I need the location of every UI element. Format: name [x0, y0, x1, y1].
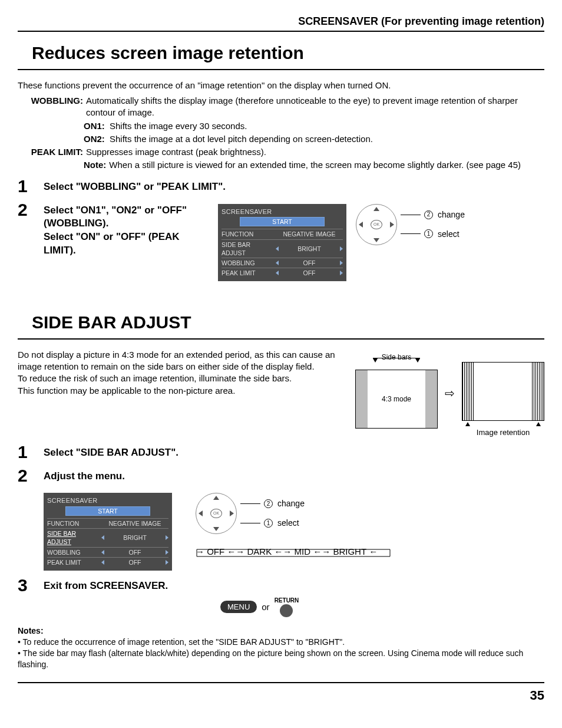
osmenu-title: SCREENSAVER — [222, 207, 343, 216]
on2-row: ON2: Shifts the image at a dot level pit… — [18, 133, 544, 145]
sba-step3-heading: Exit from SCREENSAVER. — [44, 580, 168, 591]
peak-desc: Suppresses image contrast (peak brightne… — [86, 146, 544, 158]
down-arrow-icon — [373, 358, 378, 363]
notes-block: Notes: • To reduce the occurrence of ima… — [18, 625, 544, 670]
connector-line — [401, 233, 421, 234]
return-circle-icon — [280, 604, 293, 617]
osmenu-row: SIDE BAR ADJUSTBRIGHT — [222, 239, 343, 258]
on1-row: ON1: Shifts the image every 30 seconds. — [18, 120, 544, 132]
osmenu-row-value: OFF — [101, 548, 168, 556]
connector-line — [240, 523, 260, 523]
dpad-ok: OK — [210, 509, 222, 518]
dpad-up-icon — [373, 207, 379, 211]
osmenu-row: PEAK LIMITOFF — [222, 268, 343, 278]
on2-label: ON2: — [84, 133, 110, 145]
osmenu-row-label: FUNCTION — [222, 230, 276, 238]
section2-step2: 2 Adjust the menu. SCREENSAVERSTARTFUNCT… — [18, 467, 544, 571]
section2-p3: This function may be applicable to the n… — [18, 385, 345, 397]
screensaver-menu-2: SCREENSAVERSTARTFUNCTIONNEGATIVE IMAGESI… — [44, 493, 172, 571]
intro-text: These functions prevent the occurrence o… — [18, 80, 544, 91]
peak-def: PEAK LIMIT: Suppresses image contrast (p… — [18, 146, 544, 158]
dpad: OK — [196, 493, 237, 534]
note-2: • The side bar may flash (alternate blac… — [18, 648, 544, 670]
dpad-up-icon — [213, 496, 219, 500]
rule — [18, 69, 544, 70]
osmenu-start: START — [65, 506, 150, 516]
dpad-down-icon — [373, 238, 379, 242]
dpad-right-icon — [390, 222, 394, 228]
on1-label: ON1: — [84, 120, 110, 132]
osmenu-row-label: PEAK LIMIT — [47, 558, 101, 566]
tv-retention-diagram — [462, 362, 544, 421]
sidebars-label: Side bars — [382, 353, 412, 362]
wobbling-desc: Automatically shifts the display image (… — [86, 95, 544, 119]
osmenu-row-label: WOBBLING — [222, 259, 276, 267]
wobbling-def: WOBBLING: Automatically shifts the displ… — [18, 95, 544, 119]
image-retention-label: Image retention — [477, 427, 530, 438]
osmenu-row-value: OFF — [276, 269, 343, 277]
dpad: OK — [356, 204, 397, 245]
section2-title: SIDE BAR ADJUST — [32, 311, 544, 335]
note-1: • To reduce the occurrence of image rete… — [18, 637, 544, 648]
dpad-left-icon — [359, 222, 363, 228]
osmenu-row-value: BRIGHT — [101, 533, 168, 542]
section2-p2: To reduce the risk of such an image rete… — [18, 373, 345, 384]
section1-title: Reduces screen image retention — [32, 41, 544, 65]
note-label: Note: — [84, 159, 109, 171]
step2a-heading: Select "ON1", "ON2" or "OFF" (WOBBLING). — [44, 204, 209, 231]
sba-step2-heading: Adjust the menu. — [44, 470, 125, 482]
circled-2-icon: 2 — [264, 499, 273, 508]
step-number: 2 — [18, 201, 44, 219]
sidebar-diagram: Side bars 4:3 mode ⇨ — [355, 349, 544, 438]
dpad-right-icon — [230, 510, 234, 516]
step2b-heading: Select "ON" or "OFF" (PEAK LIMIT). — [44, 230, 209, 258]
step-number: 3 — [18, 577, 44, 594]
rule — [18, 338, 544, 340]
note-row: Note: When a still picture is viewed for… — [18, 159, 544, 171]
circled-2-icon: 2 — [424, 210, 433, 219]
up-arrow-icon — [465, 422, 470, 426]
osmenu-row-label: SIDE BAR ADJUST — [47, 529, 101, 546]
osmenu-row-value: OFF — [101, 558, 168, 566]
menu-button[interactable]: MENU — [220, 601, 257, 614]
flow-mid: MID — [295, 546, 311, 558]
dpad-diagram: OK 2 change 1 select — [356, 204, 465, 245]
43mode-label: 4:3 mode — [382, 394, 411, 404]
return-button[interactable]: RETURN — [275, 597, 299, 618]
connector-line — [401, 215, 421, 215]
flow-dark: DARK — [247, 546, 272, 558]
flow-bright: BRIGHT — [333, 546, 366, 558]
screensaver-menu: SCREENSAVERSTARTFUNCTIONNEGATIVE IMAGESI… — [218, 204, 346, 282]
section2-step1: 1 Select "SIDE BAR ADJUST". — [18, 443, 544, 461]
step-number: 2 — [18, 467, 44, 485]
osmenu-title: SCREENSAVER — [47, 496, 168, 505]
note-desc: When a still picture is viewed for an ex… — [109, 159, 521, 171]
connector-line — [240, 503, 260, 504]
dpad-change-label: change — [277, 498, 305, 509]
step1-heading: Select "WOBBLING" or "PEAK LIMIT". — [44, 181, 226, 192]
wobbling-label: WOBBLING: — [28, 95, 86, 119]
osmenu-row: WOBBLINGOFF — [47, 547, 168, 557]
osmenu-row-value: NEGATIVE IMAGE — [101, 519, 168, 528]
osmenu-row: FUNCTIONNEGATIVE IMAGE — [222, 229, 343, 239]
arrow-right-icon: ⇨ — [445, 386, 455, 401]
dpad-change-label: change — [438, 209, 465, 220]
circled-1-icon: 1 — [264, 519, 273, 528]
dpad-select-label: select — [438, 229, 459, 240]
dpad-diagram-2: OK 2 change 1 select — [196, 493, 396, 534]
page-number: 35 — [18, 682, 544, 704]
osmenu-row: SIDE BAR ADJUSTBRIGHT — [47, 528, 168, 546]
sba-step1-heading: Select "SIDE BAR ADJUST". — [44, 447, 178, 458]
dpad-ok: OK — [371, 220, 382, 229]
notes-heading: Notes: — [18, 625, 544, 637]
options-flow: → OFF ←→ DARK ←→ MID ←→ BRIGHT ← — [196, 541, 396, 558]
section1-step1: 1 Select "WOBBLING" or "PEAK LIMIT". — [18, 177, 544, 195]
on2-desc: Shifts the image at a dot level pitch de… — [110, 133, 373, 145]
osmenu-row-label: SIDE BAR ADJUST — [222, 241, 276, 257]
step-number: 1 — [18, 177, 44, 195]
dpad-left-icon — [199, 510, 203, 516]
down-arrow-icon — [415, 358, 420, 363]
osmenu-start: START — [240, 217, 325, 226]
on1-desc: Shifts the image every 30 seconds. — [110, 120, 247, 132]
osmenu-row: WOBBLINGOFF — [222, 258, 343, 268]
